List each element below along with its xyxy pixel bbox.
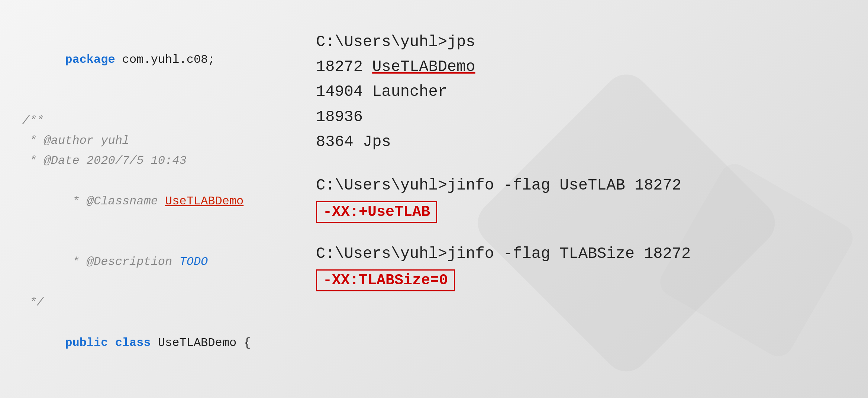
keyword-void: void (187, 397, 216, 398)
jps-line-18272: 18272 UseTLABDemo (316, 55, 831, 80)
jinfo-usetlab-command: C:\Users\yuhl>jinfo -flag UseTLAB 18272 (316, 173, 831, 198)
jps-section: C:\Users\yuhl>jps 18272 UseTLABDemo 1490… (316, 30, 831, 155)
usetlab-result-box: -XX:+UseTLAB (316, 198, 831, 223)
javadoc-open: /** (22, 111, 256, 131)
javadoc-close-text: */ (22, 295, 44, 309)
void-text (180, 397, 187, 398)
code-panel: package com.yuhl.c08; /** * @author yuhl… (0, 0, 279, 398)
todo-text: TODO (179, 255, 208, 269)
javadoc-date: * @Date 2020/7/5 10:43 (22, 151, 256, 171)
code-line-package: package com.yuhl.c08; (22, 30, 256, 90)
package-name: com.yuhl.c08; (115, 53, 215, 67)
javadoc-description: * @Description TODO (22, 232, 256, 292)
jps-line-18936: 18936 (316, 105, 831, 130)
terminal-panel: C:\Users\yuhl>jps 18272 UseTLABDemo 1490… (279, 0, 868, 398)
jps-line-14904: 14904 Launcher (316, 80, 831, 104)
blank-line-1 (22, 90, 256, 110)
class-declaration: public class UseTLABDemo { (22, 313, 256, 373)
jps-line-8364: 8364 Jps (316, 130, 831, 155)
classname-label: * @Classname (65, 194, 165, 208)
author-text: * @author yuhl (22, 134, 129, 148)
usetlabdemo-entry: UseTLABDemo (372, 58, 475, 76)
pid-18272: 18272 (316, 58, 372, 76)
keyword-package: package (65, 53, 115, 67)
javadoc-classname: * @Classname UseTLABDemo (22, 171, 256, 232)
jps-command: C:\Users\yuhl>jps (316, 30, 831, 55)
jinfo-usetlab-section: C:\Users\yuhl>jinfo -flag UseTLAB 18272 … (316, 173, 831, 223)
keyword-public-class: public class (65, 336, 151, 350)
tlabsize-flag-value: -XX:TLABSize=0 (316, 269, 455, 291)
javadoc-author: * @author yuhl (22, 131, 256, 151)
usetlab-flag-value: -XX:+UseTLAB (316, 201, 437, 223)
javadoc-close: */ (22, 292, 256, 313)
classname-link: UseTLABDemo (165, 194, 243, 208)
keyword-public-static: public static (87, 397, 180, 398)
jinfo-tlabsize-command: C:\Users\yuhl>jinfo -flag TLABSize 18272 (316, 242, 831, 266)
class-name: UseTLABDemo { (151, 336, 251, 350)
jinfo-tlabsize-section: C:\Users\yuhl>jinfo -flag TLABSize 18272… (316, 242, 831, 291)
main-method: public static void main(String[] args) { (22, 373, 256, 398)
desc-label: * @Description (65, 255, 179, 269)
code-block: package com.yuhl.c08; /** * @author yuhl… (22, 30, 256, 398)
javadoc-open-text: /** (22, 114, 44, 127)
tlabsize-result-box: -XX:TLABSize=0 (316, 266, 831, 291)
date-text: * @Date 2020/7/5 10:43 (22, 154, 187, 168)
